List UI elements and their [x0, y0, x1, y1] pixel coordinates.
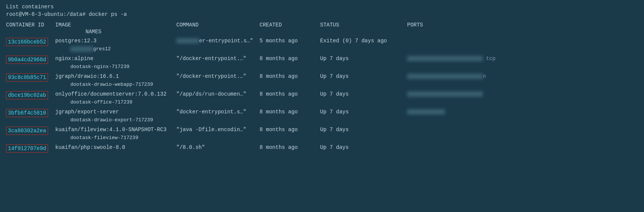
container-command: "java -Dfile.encodin…" [176, 127, 260, 133]
container-id-text: 93c8c8b85c71 [6, 73, 48, 82]
container-entry: 3ca80302a2eakuaifan/fileview:4.1.0-SNAPS… [6, 127, 638, 141]
container-status: Up 7 days [320, 56, 407, 62]
container-entry: 93c8c8b85c71jgraph/drawio:16.6.1"/docker… [6, 73, 638, 87]
blurred-name [70, 46, 93, 52]
container-created: 8 months ago [260, 109, 320, 115]
container-ports [407, 109, 638, 115]
container-command: "/docker-entrypoint.…" [176, 56, 260, 62]
container-command: "docker-entrypoint.s…" [176, 109, 260, 115]
container-id: 14f912707e9d [6, 144, 55, 153]
col-header-created: CREATED [260, 22, 320, 28]
container-ports: n [407, 73, 638, 79]
col-header-names: NAMES [55, 29, 176, 35]
container-name: gres12 [55, 46, 176, 52]
container-id-text: 3ca80302a2ea [6, 127, 48, 135]
container-entry: 13c166bceb52postgres:12.3er-entrypoint.s… [6, 38, 638, 52]
container-created: 5 months ago [260, 38, 320, 44]
col-header-id: CONTAINER ID [6, 22, 55, 28]
container-image: postgres:12.3 [55, 38, 176, 44]
container-id-text: 13c166bceb52 [6, 38, 48, 46]
container-entry: 14f912707e9dkuaifan/php:swoole-8.0"/8.0.… [6, 144, 638, 153]
container-id-text: 9b0a4cd2968d [6, 56, 48, 64]
container-entry: 3bfb6f4c5810jgraph/export-server"docker-… [6, 109, 638, 123]
blurred-command [176, 38, 199, 43]
container-id: 3bfb6f4c5810 [6, 109, 55, 117]
container-command: "/8.0.sh" [176, 144, 260, 150]
container-status: Exited (0) 7 days ago [320, 38, 407, 44]
container-command: "/app/ds/run-documen…" [176, 91, 260, 97]
container-status: Up 7 days [320, 144, 407, 150]
container-image: jgraph/export-server [55, 109, 176, 115]
top-line: List containers [6, 4, 638, 10]
container-created: 8 months ago [260, 127, 320, 133]
container-created: 8 months ago [260, 73, 320, 79]
container-image: kuaifan/php:swoole-8.0 [55, 144, 176, 150]
command-line: root@VM-8-3-ubuntu:/data# docker ps -a [6, 11, 638, 17]
container-id: 93c8c8b85c71 [6, 73, 55, 82]
container-id: 9b0a4cd2968d [6, 56, 55, 64]
container-ports [407, 91, 638, 97]
container-id-text: 14f912707e9d [6, 144, 48, 153]
container-entry: 9b0a4cd2968dnginx:alpine"/docker-entrypo… [6, 56, 638, 70]
container-name: dootask-nginx-717239 [55, 64, 176, 70]
blurred-ports [407, 91, 483, 97]
col-header-command: COMMAND [176, 22, 260, 28]
container-entry: dbce19bc02abonlyoffice/documentserver:7.… [6, 91, 638, 105]
container-name: dootask-drawio-export-717239 [55, 117, 176, 123]
container-image: jgraph/drawio:16.6.1 [55, 73, 176, 79]
blurred-ports [407, 109, 445, 115]
container-command: er-entrypoint.s…" [176, 38, 260, 44]
col-header-ports: PORTS [407, 22, 638, 28]
container-status: Up 7 days [320, 127, 407, 133]
blurred-ports [407, 74, 483, 79]
container-status: Up 7 days [320, 109, 407, 115]
blurred-ports [407, 56, 483, 61]
container-list: 13c166bceb52postgres:12.3er-entrypoint.s… [6, 38, 638, 153]
container-id-text: 3bfb6f4c5810 [6, 109, 48, 117]
container-created: 8 months ago [260, 144, 320, 150]
container-ports: tcp [407, 56, 638, 62]
container-image: onlyoffice/documentserver:7.0.0.132 [55, 91, 176, 97]
col-header-image: IMAGE [55, 22, 176, 28]
container-id: dbce19bc02ab [6, 91, 55, 99]
container-image: nginx:alpine [55, 56, 176, 62]
container-id: 13c166bceb52 [6, 38, 55, 46]
container-created: 8 months ago [260, 91, 320, 97]
container-status: Up 7 days [320, 73, 407, 79]
container-name: dootask-fileview-717239 [55, 135, 176, 141]
container-name: dootask-office-717239 [55, 99, 176, 105]
container-created: 8 months ago [260, 56, 320, 62]
container-name: dootask-drawio-webapp-717239 [55, 82, 176, 87]
container-id: 3ca80302a2ea [6, 127, 55, 135]
container-status: Up 7 days [320, 91, 407, 97]
col-header-status: STATUS [320, 22, 407, 28]
container-image: kuaifan/fileview:4.1.0-SNAPSHOT-RC3 [55, 127, 176, 133]
container-command: "/docker-entrypoint.…" [176, 73, 260, 79]
container-id-text: dbce19bc02ab [6, 91, 48, 99]
